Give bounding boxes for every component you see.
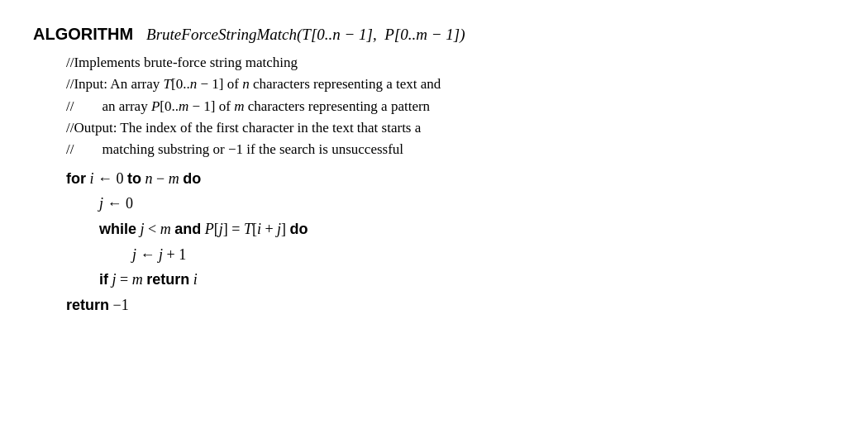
while-loop-content: while j < m and P[j] = T[i + j] do [99, 217, 308, 242]
for-loop-line: for i ← 0 to n − m do [66, 166, 835, 192]
var-n1: n [332, 26, 341, 43]
comment-1: //Implements brute-force string matching [66, 52, 835, 74]
param-P: P [384, 26, 394, 43]
func-name: BruteForceStringMatch [146, 26, 297, 43]
while-loop-line: while j < m and P[j] = T[i + j] do [66, 217, 835, 242]
return-line: return −1 [66, 293, 835, 318]
kw-while: while [99, 221, 136, 237]
comment-5: // matching substring or −1 if the searc… [66, 139, 835, 160]
if-return-content: if j = m return i [99, 267, 198, 293]
param-T: T [302, 26, 311, 43]
comment-3: // an array P[0..m − 1] of m characters … [66, 96, 835, 117]
kw-for: for [66, 170, 86, 187]
algorithm-name: BruteForceStringMatch(T[0..n − 1], P[0..… [146, 26, 465, 44]
j-assign-content: j ← 0 [99, 191, 133, 217]
algorithm-body: //Implements brute-force string matching… [33, 52, 835, 317]
j-increment-line: j ← j + 1 [66, 242, 835, 268]
j-increment-content: j ← j + 1 [132, 242, 186, 268]
kw-if: if [99, 271, 108, 288]
for-loop-content: for i ← 0 to n − m do [66, 166, 201, 192]
algorithm-container: ALGORITHM BruteForceStringMatch(T[0..n −… [33, 25, 835, 317]
var-m1: m [416, 26, 427, 43]
code-block: for i ← 0 to n − m do j ← 0 [66, 166, 835, 318]
if-return-line: if j = m return i [66, 267, 835, 293]
comment-4: //Output: The index of the first charact… [66, 117, 835, 139]
comment-2: //Input: An array T[0..n − 1] of n chara… [66, 74, 835, 95]
algorithm-keyword: ALGORITHM [33, 25, 133, 44]
algorithm-header: ALGORITHM BruteForceStringMatch(T[0..n −… [33, 25, 835, 44]
kw-return: return [66, 297, 109, 313]
return-content: return −1 [66, 293, 129, 318]
j-assign-line: j ← 0 [66, 191, 835, 217]
